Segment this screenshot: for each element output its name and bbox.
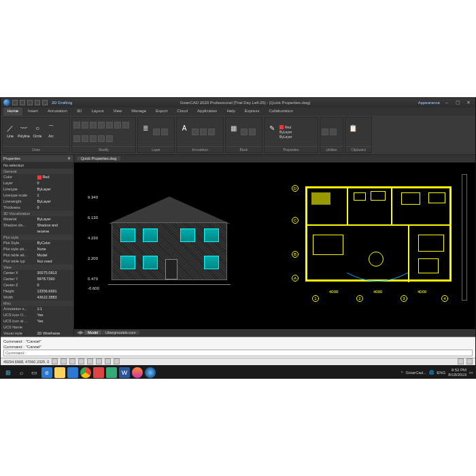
prop-row[interactable]: Layer0 xyxy=(1,180,73,186)
clock-time[interactable]: 9:52 PM xyxy=(448,368,466,373)
tool-dimension[interactable] xyxy=(192,129,199,135)
snap-toggle[interactable] xyxy=(52,358,58,364)
prop-group[interactable]: 3D Visualization xyxy=(1,211,73,216)
grid-toggle[interactable] xyxy=(61,358,67,364)
search-icon[interactable]: ⌕ xyxy=(16,367,27,378)
app2-icon[interactable] xyxy=(106,367,117,378)
otrack-toggle[interactable] xyxy=(96,358,102,364)
qat-save[interactable] xyxy=(27,100,33,105)
start-button[interactable]: ⊞ xyxy=(3,367,14,378)
prop-row[interactable]: Shadow dis...Shadow and receive xyxy=(1,222,73,235)
prop-row[interactable]: UCS icon O...Yes xyxy=(1,312,73,318)
polar-toggle[interactable] xyxy=(78,358,84,364)
dyn-toggle[interactable] xyxy=(114,358,120,364)
prop-row[interactable]: ColorRed xyxy=(1,174,73,180)
maximize-button[interactable]: ▢ xyxy=(454,100,462,105)
linetype-dropdown[interactable]: ByLayer xyxy=(279,130,292,134)
store-icon[interactable] xyxy=(67,367,78,378)
prop-group[interactable]: General xyxy=(1,169,73,174)
tool-paste[interactable]: 📋 xyxy=(347,124,359,140)
lineweight-dropdown[interactable]: ByLayer xyxy=(279,135,292,139)
tool-block-edit[interactable] xyxy=(249,129,256,135)
tool-leader[interactable] xyxy=(200,129,207,135)
layout-tab-model[interactable]: Model xyxy=(84,330,101,335)
tray-chevron-icon[interactable]: ^ xyxy=(401,371,403,375)
tool-select[interactable] xyxy=(330,129,337,135)
app-logo-icon[interactable] xyxy=(3,99,10,106)
gstarcad-taskbar-icon[interactable] xyxy=(145,367,156,378)
tool-circle[interactable]: ○Circle xyxy=(31,124,44,140)
tool-move[interactable] xyxy=(73,122,80,129)
tool-fillet[interactable] xyxy=(73,135,80,142)
layer-iso[interactable] xyxy=(153,129,160,135)
qat-redo[interactable] xyxy=(42,100,48,105)
minimize-button[interactable]: – xyxy=(443,100,451,105)
prop-row[interactable]: Annotation s...1:1 xyxy=(1,306,73,312)
prop-row[interactable]: LineweightByLayer xyxy=(1,199,73,205)
tool-explode[interactable] xyxy=(106,135,113,142)
tab-help[interactable]: Help xyxy=(222,107,239,116)
tab-cloud[interactable]: Cloud xyxy=(173,107,192,116)
tab-home[interactable]: Home xyxy=(3,107,22,116)
tool-block-insert[interactable]: ▦ xyxy=(227,124,239,140)
layout-tab-1[interactable]: Ubergmodels.com xyxy=(102,330,139,335)
tool-rotate[interactable] xyxy=(90,122,97,129)
lwt-toggle[interactable] xyxy=(105,358,111,364)
tool-stretch[interactable] xyxy=(122,122,129,129)
prop-row[interactable]: LinetypeByLayer xyxy=(1,186,73,192)
prop-row[interactable]: Center X30075.0813 xyxy=(1,270,73,276)
qat-new[interactable] xyxy=(12,100,18,105)
tool-text[interactable]: A xyxy=(178,124,190,140)
qat-open[interactable] xyxy=(20,100,25,105)
tool-array[interactable] xyxy=(82,135,88,142)
tab-manage[interactable]: Manage xyxy=(127,107,150,116)
prop-row[interactable]: Thickness0 xyxy=(1,205,73,211)
drawing-area[interactable]: Quick Properties.dwg 9.340 6.130 4.230 2… xyxy=(74,155,475,337)
tool-measure[interactable] xyxy=(322,129,328,135)
prop-row[interactable]: Height13356.6691 xyxy=(1,288,73,294)
tool-table[interactable] xyxy=(208,129,215,135)
osnap-toggle[interactable] xyxy=(87,358,93,364)
tool-polyline[interactable]: 〰Polyline xyxy=(18,124,30,140)
firefox-icon[interactable] xyxy=(132,367,143,378)
prop-row[interactable]: Linetype scale1 xyxy=(1,192,73,199)
tool-trim[interactable] xyxy=(106,122,113,129)
prop-row[interactable]: UCS Name xyxy=(1,324,73,330)
prop-group[interactable]: Misc xyxy=(1,301,73,306)
layout-nav-icon[interactable]: ◀▶ xyxy=(77,330,84,335)
layer-freeze[interactable] xyxy=(161,129,168,135)
prop-row[interactable]: Plot StyleByColor xyxy=(1,240,73,246)
model-space-toggle[interactable] xyxy=(458,358,464,364)
prop-group[interactable]: View xyxy=(1,265,73,270)
properties-close-icon[interactable]: ✕ xyxy=(67,156,71,160)
prop-row[interactable]: Width43622.3883 xyxy=(1,294,73,301)
word-icon[interactable]: W xyxy=(119,367,130,378)
ortho-toggle[interactable] xyxy=(69,358,75,364)
prop-group[interactable]: Plot style xyxy=(1,235,73,240)
tool-match-properties[interactable]: ✎ xyxy=(266,124,278,140)
color-dropdown[interactable]: Red xyxy=(279,125,292,129)
command-input[interactable]: Command : xyxy=(3,350,473,356)
language-indicator[interactable]: ENG xyxy=(437,371,445,375)
tab-layout[interactable]: Layout xyxy=(87,107,107,116)
tray-network-icon[interactable]: 🌐 xyxy=(429,370,434,375)
tool-offset[interactable] xyxy=(90,135,97,142)
tool-arc[interactable]: ⌒Arc xyxy=(45,124,57,140)
chrome-icon[interactable] xyxy=(80,367,91,378)
notifications-icon[interactable]: ▭ xyxy=(469,370,473,375)
task-view-icon[interactable]: ▭ xyxy=(29,367,39,378)
prop-row[interactable]: Plot table typNot used xyxy=(1,258,73,265)
qat-undo[interactable] xyxy=(35,100,40,105)
prop-row[interactable]: Plot style att...None xyxy=(1,246,73,252)
selection-dropdown[interactable]: No selection xyxy=(1,162,73,169)
explorer-icon[interactable] xyxy=(54,367,65,378)
prop-row[interactable]: Plot table att...Model xyxy=(1,252,73,258)
tool-scale[interactable] xyxy=(114,122,121,129)
tab-collaboration[interactable]: Collaboration xyxy=(265,107,296,116)
annotation-scale[interactable] xyxy=(466,358,473,364)
appearance-link[interactable]: Appearance xyxy=(418,101,440,105)
tab-view[interactable]: View xyxy=(109,107,126,116)
tab-annotation[interactable]: Annotation xyxy=(44,107,71,116)
tab-application[interactable]: Application xyxy=(193,107,221,116)
prop-row[interactable]: Center Z0 xyxy=(1,282,73,288)
